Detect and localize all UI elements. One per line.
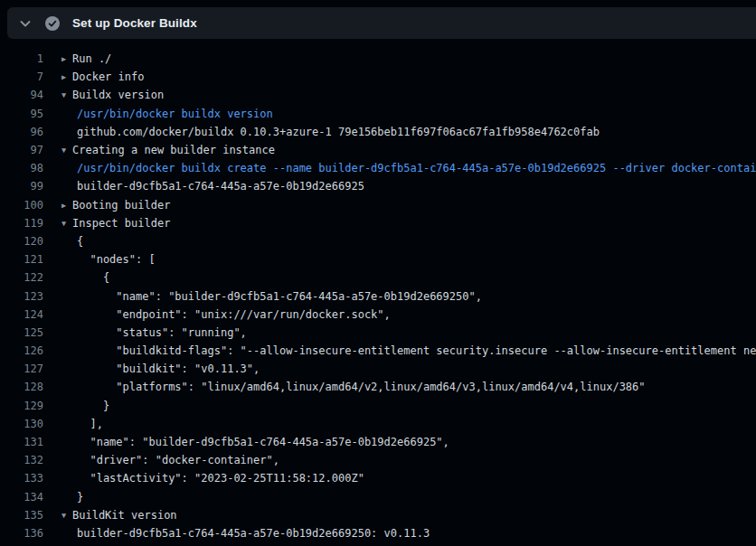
line-number[interactable]: 95 [0,108,43,120]
log-text: builder-d9cfb5a1-c764-445a-a57e-0b19d2e6… [43,527,756,540]
log-line: 124 "endpoint": "unix:///var/run/docker.… [0,306,756,324]
line-number[interactable]: 130 [0,418,43,430]
log-text: "nodes": [ [43,253,756,266]
log-output: 1▶Run ./7▶Docker info94▼Buildx version95… [0,50,756,542]
line-number[interactable]: 100 [0,199,43,212]
log-line: 1▶Run ./ [0,50,756,68]
line-number[interactable]: 99 [0,180,43,193]
log-text: } [43,491,756,504]
line-number[interactable]: 136 [0,527,43,540]
log-line: 128 "platforms": "linux/amd64,linux/amd6… [0,378,756,396]
log-text: github.com/docker/buildx 0.10.3+azure-1 … [43,126,756,138]
log-line: 95/usr/bin/docker buildx version [0,105,756,123]
log-text: "driver": "docker-container", [43,454,756,466]
log-line: 134} [0,488,756,506]
line-number[interactable]: 1 [0,52,43,65]
line-number[interactable]: 122 [0,271,43,284]
log-line: 123 "name": "builder-d9cfb5a1-c764-445a-… [0,287,756,305]
line-number[interactable]: 97 [0,144,43,156]
log-line: 121 "nodes": [ [0,250,756,268]
log-line: 131 "name": "builder-d9cfb5a1-c764-445a-… [0,433,756,451]
triangle-collapsed-icon[interactable]: ▶ [61,72,72,81]
log-line: 136builder-d9cfb5a1-c764-445a-a57e-0b19d… [0,524,756,542]
log-line: 127 "buildkit": "v0.11.3", [0,360,756,378]
line-number[interactable]: 126 [0,344,43,357]
line-number[interactable]: 131 [0,436,43,448]
log-line: 122 { [0,268,756,287]
step-header[interactable]: Set up Docker Buildx [7,7,756,39]
line-number[interactable]: 124 [0,308,43,321]
log-text: "name": "builder-d9cfb5a1-c764-445a-a57e… [43,290,756,303]
log-text: builder-d9cfb5a1-c764-445a-a57e-0b19d2e6… [43,180,756,193]
log-group-toggle[interactable]: ▼BuildKit version [43,509,756,522]
triangle-expanded-icon[interactable]: ▼ [61,90,72,99]
triangle-expanded-icon[interactable]: ▼ [61,146,72,155]
log-text: "lastActivity": "2023-02-25T11:58:12.000… [43,472,756,485]
line-number[interactable]: 98 [0,162,43,174]
log-line: 98/usr/bin/docker buildx create --name b… [0,159,756,177]
line-number[interactable]: 125 [0,326,43,339]
line-number[interactable]: 129 [0,400,43,412]
line-number[interactable]: 134 [0,491,43,504]
log-group-toggle[interactable]: ▼Buildx version [43,89,756,101]
log-text: ], [43,418,756,430]
log-line: 119▼Inspect builder [0,214,756,232]
log-group-toggle[interactable]: ▼Creating a new builder instance [43,144,756,156]
line-number[interactable]: 7 [0,71,43,83]
log-line: 133 "lastActivity": "2023-02-25T11:58:12… [0,469,756,487]
log-line: 130 ], [0,415,756,433]
line-number[interactable]: 120 [0,235,43,248]
log-group-toggle[interactable]: ▶Docker info [43,71,756,83]
log-text: "buildkitd-flags": "--allow-insecure-ent… [43,344,756,357]
log-line: 96github.com/docker/buildx 0.10.3+azure-… [0,123,756,141]
check-circle-icon [45,16,60,31]
log-group-toggle[interactable]: ▼Inspect builder [43,217,756,230]
log-text: { [43,271,756,284]
log-line: 135▼BuildKit version [0,506,756,524]
log-text: { [43,235,756,248]
line-number[interactable]: 133 [0,472,43,485]
actions-log-viewer: Set up Docker Buildx 1▶Run ./7▶Docker in… [0,0,756,546]
log-line: 100▶Booting builder [0,196,756,214]
triangle-collapsed-icon[interactable]: ▶ [61,201,72,210]
log-text: "platforms": "linux/amd64,linux/amd64/v2… [43,381,756,393]
log-line: 94▼Buildx version [0,86,756,104]
log-text: "status": "running", [43,326,756,339]
log-text: /usr/bin/docker buildx create --name bui… [43,162,756,174]
log-text: "name": "builder-d9cfb5a1-c764-445a-a57e… [43,436,756,448]
triangle-expanded-icon[interactable]: ▼ [61,511,72,520]
triangle-expanded-icon[interactable]: ▼ [61,219,72,228]
log-line: 125 "status": "running", [0,324,756,342]
log-line: 132 "driver": "docker-container", [0,451,756,469]
log-text: } [43,400,756,412]
log-line: 129 } [0,397,756,415]
line-number[interactable]: 119 [0,217,43,230]
log-text: "buildkit": "v0.11.3", [43,362,756,375]
log-text: "endpoint": "unix:///var/run/docker.sock… [43,308,756,321]
log-line: 126 "buildkitd-flags": "--allow-insecure… [0,342,756,360]
line-number[interactable]: 123 [0,290,43,303]
line-number[interactable]: 96 [0,126,43,138]
line-number[interactable]: 135 [0,509,43,522]
line-number[interactable]: 128 [0,381,43,393]
line-number[interactable]: 94 [0,89,43,101]
chevron-down-icon[interactable] [18,16,33,31]
log-group-toggle[interactable]: ▶Run ./ [43,52,756,65]
log-group-toggle[interactable]: ▶Booting builder [43,199,756,212]
line-number[interactable]: 132 [0,454,43,466]
log-line: 97▼Creating a new builder instance [0,141,756,159]
step-title: Set up Docker Buildx [72,16,197,30]
log-line: 120{ [0,232,756,250]
log-text: /usr/bin/docker buildx version [43,108,756,120]
log-line: 7▶Docker info [0,68,756,86]
triangle-collapsed-icon[interactable]: ▶ [61,54,72,63]
line-number[interactable]: 121 [0,253,43,266]
log-line: 99builder-d9cfb5a1-c764-445a-a57e-0b19d2… [0,177,756,195]
line-number[interactable]: 127 [0,362,43,375]
